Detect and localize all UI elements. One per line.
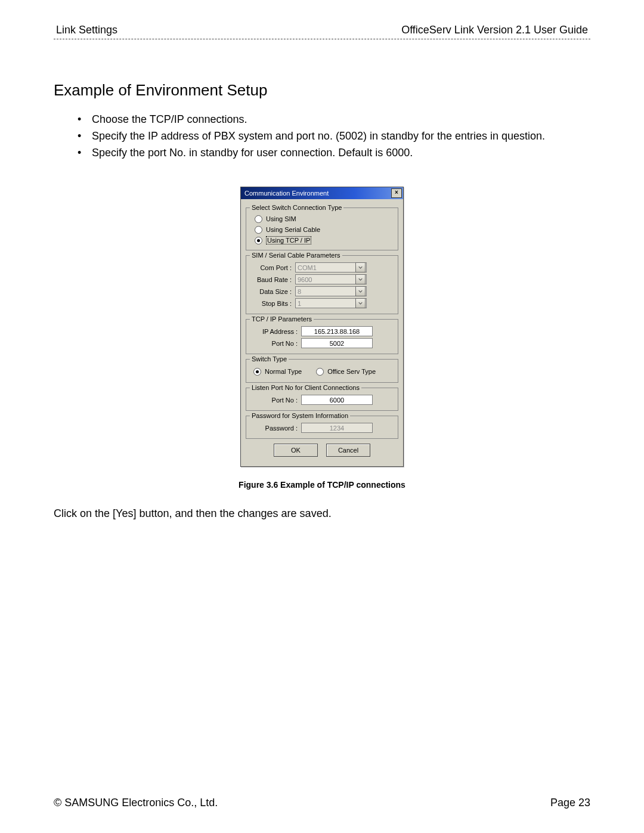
group-legend: SIM / Serial Cable Parameters	[250, 252, 342, 259]
data-size-combo[interactable]: 8	[295, 286, 367, 296]
radio-label: Using SIM	[266, 215, 296, 222]
group-switch-type: Switch Type Normal Type Office Serv Type	[246, 359, 398, 383]
stop-bits-combo[interactable]: 1	[295, 298, 367, 308]
dialog-title: Communication Environment	[244, 190, 329, 197]
listen-port-input[interactable]: 6000	[301, 395, 373, 405]
password-label: Password :	[251, 425, 298, 432]
radio-label: Using Serial Cable	[266, 226, 320, 233]
radio-icon[interactable]	[255, 226, 262, 234]
radio-icon[interactable]	[253, 368, 261, 376]
close-icon[interactable]: ×	[391, 188, 402, 198]
ip-address-label: IP Address :	[251, 328, 298, 335]
radio-using-tcpip[interactable]: Using TCP / IP	[255, 236, 393, 245]
password-input[interactable]: 1234	[301, 423, 373, 433]
footer-copyright: © SAMSUNG Electronics Co., Ltd.	[54, 797, 218, 809]
com-port-label: Com Port :	[251, 264, 292, 271]
radio-label: Normal Type	[265, 368, 302, 375]
footer-page-number: Page 23	[550, 797, 590, 809]
bullet-item: Choose the TCP/IP connections.	[78, 112, 590, 127]
listen-port-label: Port No :	[251, 397, 298, 404]
com-port-combo[interactable]: COM1	[295, 262, 367, 272]
group-tcpip-params: TCP / IP Parameters IP Address : 165.213…	[246, 319, 398, 354]
figure-caption: Figure 3.6 Example of TCP/IP connections	[54, 480, 590, 490]
stop-bits-value: 1	[298, 300, 355, 307]
chevron-down-icon[interactable]	[355, 274, 366, 284]
group-legend: Password for System Information	[250, 412, 350, 419]
bullet-item: Specify the IP address of PBX system and…	[78, 128, 590, 144]
radio-using-sim[interactable]: Using SIM	[255, 214, 393, 224]
tcp-port-label: Port No :	[251, 340, 298, 347]
chevron-down-icon[interactable]	[355, 298, 366, 308]
com-port-value: COM1	[298, 264, 355, 271]
bullet-list: Choose the TCP/IP connections. Specify t…	[78, 112, 590, 160]
radio-icon[interactable]	[255, 237, 262, 244]
header-divider	[54, 39, 590, 39]
group-password: Password for System Information Password…	[246, 416, 398, 439]
cancel-button[interactable]: Cancel	[326, 444, 370, 457]
baud-rate-combo[interactable]: 9600	[295, 274, 367, 284]
section-title: Example of Environment Setup	[54, 81, 590, 100]
post-figure-text: Click on the [Yes] button, and then the …	[54, 507, 590, 520]
bullet-item: Specify the port No. in standby for user…	[78, 145, 590, 160]
chevron-down-icon[interactable]	[355, 286, 366, 296]
radio-officeserv-type[interactable]: Office Serv Type	[316, 367, 376, 376]
header-right: OfficeServ Link Version 2.1 User Guide	[401, 24, 588, 36]
dialog-titlebar[interactable]: Communication Environment ×	[241, 187, 403, 199]
data-size-value: 8	[298, 288, 355, 295]
ok-button[interactable]: OK	[274, 444, 318, 457]
group-legend: Select Switch Connection Type	[250, 204, 343, 211]
group-legend: Listen Port No for Client Connections	[250, 384, 361, 391]
radio-normal-type[interactable]: Normal Type	[253, 367, 302, 376]
group-connection-type: Select Switch Connection Type Using SIM …	[246, 208, 398, 250]
radio-icon[interactable]	[316, 368, 324, 376]
group-listen-port: Listen Port No for Client Connections Po…	[246, 388, 398, 411]
baud-rate-label: Baud Rate :	[251, 276, 292, 283]
stop-bits-label: Stop Bits :	[251, 300, 292, 307]
chevron-down-icon[interactable]	[355, 262, 366, 272]
group-legend: Switch Type	[250, 355, 289, 363]
radio-label: Office Serv Type	[327, 368, 376, 375]
group-serial-params: SIM / Serial Cable Parameters Com Port :…	[246, 255, 398, 314]
radio-icon[interactable]	[255, 215, 262, 223]
ip-address-input[interactable]: 165.213.88.168	[301, 326, 373, 336]
data-size-label: Data Size :	[251, 288, 292, 295]
group-legend: TCP / IP Parameters	[250, 315, 314, 323]
baud-rate-value: 9600	[298, 276, 355, 283]
tcp-port-input[interactable]: 5002	[301, 338, 373, 348]
radio-using-serial[interactable]: Using Serial Cable	[255, 225, 393, 234]
communication-environment-dialog: Communication Environment × Select Switc…	[240, 187, 404, 467]
radio-label: Using TCP / IP	[266, 236, 311, 244]
header-left: Link Settings	[56, 24, 117, 36]
